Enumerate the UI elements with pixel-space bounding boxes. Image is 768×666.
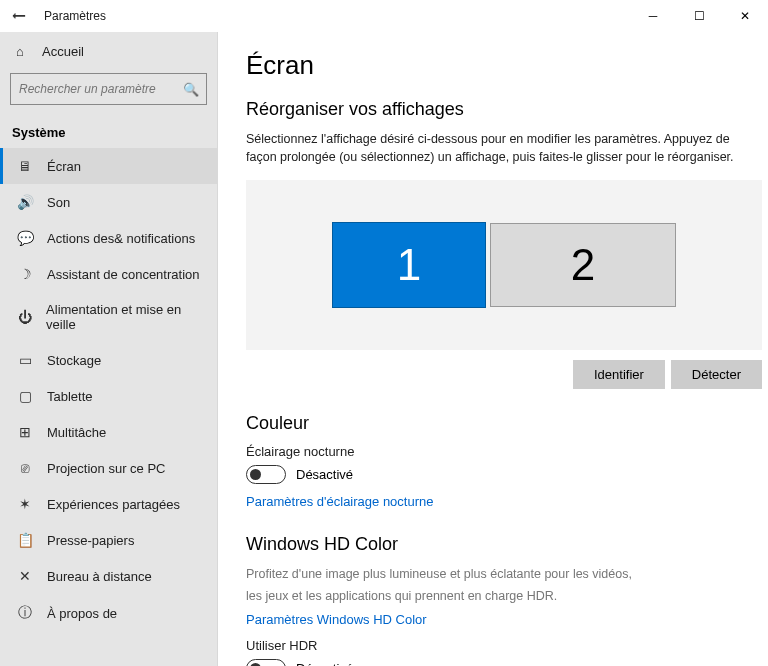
window-title: Paramètres <box>44 9 106 23</box>
sidebar-item-label: Alimentation et mise en veille <box>46 302 205 332</box>
sidebar-item-about[interactable]: ⓘ À propos de <box>0 594 217 632</box>
titlebar: 🠔 Paramètres ─ ☐ ✕ <box>0 0 768 32</box>
sidebar-item-projection[interactable]: ⎚ Projection sur ce PC <box>0 450 217 486</box>
nightlight-label: Éclairage nocturne <box>246 444 762 459</box>
sidebar-item-power[interactable]: ⏻ Alimentation et mise en veille <box>0 292 217 342</box>
sidebar-item-label: Presse-papiers <box>47 533 134 548</box>
sidebar: ⌂ Accueil 🔍 Système 🖥 Écran 🔊 Son 💬 Acti… <box>0 32 218 666</box>
remote-icon: ✕ <box>17 568 33 584</box>
page-title: Écran <box>246 50 762 81</box>
sidebar-item-notifications[interactable]: 💬 Actions des& notifications <box>0 220 217 256</box>
hdcolor-desc1: Profitez d'une image plus lumineuse et p… <box>246 565 762 583</box>
monitor-1[interactable]: 1 <box>332 222 486 308</box>
maximize-button[interactable]: ☐ <box>676 0 722 32</box>
moon-icon: ☽ <box>17 266 33 282</box>
multitask-icon: ⊞ <box>17 424 33 440</box>
hdr-label: Utiliser HDR <box>246 638 762 653</box>
sidebar-item-shared[interactable]: ✶ Expériences partagées <box>0 486 217 522</box>
hdcolor-desc2: les jeux et les applications qui prennen… <box>246 587 762 605</box>
info-icon: ⓘ <box>17 604 33 622</box>
display-arrangement-area[interactable]: 1 2 <box>246 180 762 350</box>
main-content: Écran Réorganiser vos affichages Sélecti… <box>218 32 768 666</box>
sidebar-item-label: Stockage <box>47 353 101 368</box>
search-icon: 🔍 <box>183 82 199 97</box>
sound-icon: 🔊 <box>17 194 33 210</box>
sidebar-item-label: Multitâche <box>47 425 106 440</box>
hdcolor-heading: Windows HD Color <box>246 534 762 555</box>
home-label: Accueil <box>42 44 84 59</box>
clipboard-icon: 📋 <box>17 532 33 548</box>
sidebar-item-multitasking[interactable]: ⊞ Multitâche <box>0 414 217 450</box>
color-heading: Couleur <box>246 413 762 434</box>
sidebar-item-ecran[interactable]: 🖥 Écran <box>0 148 217 184</box>
hdr-toggle[interactable] <box>246 659 286 667</box>
sidebar-item-focus-assist[interactable]: ☽ Assistant de concentration <box>0 256 217 292</box>
power-icon: ⏻ <box>17 309 32 325</box>
tablet-icon: ▢ <box>17 388 33 404</box>
detect-button[interactable]: Détecter <box>671 360 762 389</box>
identify-button[interactable]: Identifier <box>573 360 665 389</box>
sidebar-item-label: Assistant de concentration <box>47 267 199 282</box>
nightlight-toggle[interactable] <box>246 465 286 484</box>
sidebar-item-tablet[interactable]: ▢ Tablette <box>0 378 217 414</box>
sidebar-item-label: Son <box>47 195 70 210</box>
category-heading: Système <box>0 115 217 148</box>
nightlight-settings-link[interactable]: Paramètres d'éclairage nocturne <box>246 494 433 509</box>
sidebar-item-label: Projection sur ce PC <box>47 461 166 476</box>
nightlight-status: Désactivé <box>296 467 353 482</box>
back-button[interactable]: 🠔 <box>8 8 30 24</box>
sidebar-item-son[interactable]: 🔊 Son <box>0 184 217 220</box>
close-button[interactable]: ✕ <box>722 0 768 32</box>
sidebar-item-label: Écran <box>47 159 81 174</box>
home-link[interactable]: ⌂ Accueil <box>0 36 217 67</box>
hdcolor-settings-link[interactable]: Paramètres Windows HD Color <box>246 612 427 627</box>
storage-icon: ▭ <box>17 352 33 368</box>
sidebar-item-storage[interactable]: ▭ Stockage <box>0 342 217 378</box>
notifications-icon: 💬 <box>17 230 33 246</box>
sidebar-item-label: Actions des& notifications <box>47 231 195 246</box>
sidebar-item-remote-desktop[interactable]: ✕ Bureau à distance <box>0 558 217 594</box>
shared-icon: ✶ <box>17 496 33 512</box>
hdr-status: Désactivé <box>296 661 353 667</box>
home-icon: ⌂ <box>12 44 28 59</box>
rearrange-desc: Sélectionnez l'affichage désiré ci-desso… <box>246 130 746 166</box>
sidebar-item-label: Expériences partagées <box>47 497 180 512</box>
sidebar-item-label: Tablette <box>47 389 93 404</box>
sidebar-item-label: Bureau à distance <box>47 569 152 584</box>
monitor-2[interactable]: 2 <box>490 223 676 307</box>
rearrange-heading: Réorganiser vos affichages <box>246 99 762 120</box>
sidebar-item-clipboard[interactable]: 📋 Presse-papiers <box>0 522 217 558</box>
minimize-button[interactable]: ─ <box>630 0 676 32</box>
projection-icon: ⎚ <box>17 460 33 476</box>
sidebar-item-label: À propos de <box>47 606 117 621</box>
display-icon: 🖥 <box>17 158 33 174</box>
search-input[interactable] <box>10 73 207 105</box>
